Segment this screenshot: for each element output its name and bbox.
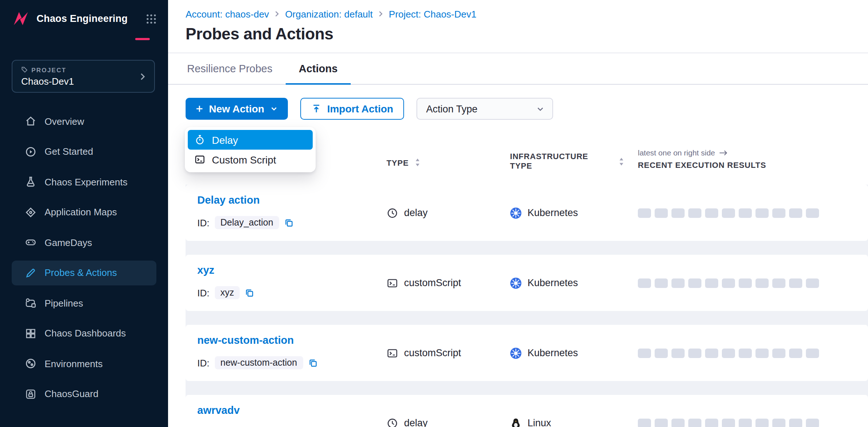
- script-icon: [194, 154, 205, 165]
- table-row: xyz ID: xyz customScript Kubernetes: [186, 255, 868, 311]
- sidebar-item-get-started[interactable]: Get Started: [12, 139, 156, 164]
- chevron-down-icon: [536, 104, 545, 114]
- copy-icon[interactable]: [245, 288, 255, 297]
- page-header: Account: chaos-dev Organization: default…: [168, 0, 868, 53]
- lock-icon: [25, 388, 37, 400]
- page-title: Probes and Actions: [186, 25, 850, 44]
- chevron-right-icon: [378, 10, 384, 18]
- recent-execution-results: [638, 278, 819, 288]
- get-started-icon: [25, 146, 37, 157]
- chevron-right-icon: [137, 71, 148, 81]
- linux-icon: [510, 417, 522, 427]
- action-type-filter-select[interactable]: Action Type: [416, 98, 553, 120]
- active-module-indicator: [135, 38, 150, 40]
- application-maps-icon: [25, 206, 37, 218]
- type-cell: customScript: [387, 255, 461, 311]
- table-row: Delay action ID: Delay_action delay Kube…: [186, 185, 868, 241]
- sidebar-item-chaos-experiments[interactable]: Chaos Experiments: [12, 169, 156, 194]
- kubernetes-icon: [510, 277, 522, 289]
- action-id-cell: ID: xyz: [197, 285, 255, 300]
- actions-table: Delay action ID: Delay_action delay Kube…: [186, 185, 868, 427]
- id-label: ID:: [197, 287, 209, 298]
- recent-execution-results: [638, 418, 819, 427]
- infrastructure-cell: Kubernetes: [510, 185, 578, 241]
- type-cell: delay: [387, 395, 428, 427]
- app-title: Chaos Engineering: [37, 13, 146, 24]
- sidebar-item-application-maps[interactable]: Application Maps: [12, 200, 156, 224]
- probe-pencil-icon: [25, 267, 37, 278]
- script-icon: [387, 347, 398, 359]
- sidebar-header: Chaos Engineering: [0, 0, 168, 34]
- recent-execution-results: [638, 348, 819, 358]
- menu-item-delay[interactable]: Delay: [188, 130, 313, 150]
- gamepad-icon: [25, 236, 37, 248]
- script-icon: [387, 277, 398, 289]
- sidebar-item-environments[interactable]: Environments: [12, 351, 156, 376]
- sort-icon[interactable]: [415, 158, 421, 167]
- infrastructure-cell: Kubernetes: [510, 255, 578, 311]
- project-selector[interactable]: PROJECT Chaos-Dev1: [12, 60, 155, 93]
- main-content: Account: chaos-dev Organization: default…: [168, 0, 868, 427]
- module-grid-icon[interactable]: [146, 14, 156, 24]
- tab-actions[interactable]: Actions: [286, 53, 351, 84]
- sidebar-item-chaos-dashboards[interactable]: Chaos Dashboards: [12, 321, 156, 346]
- chevron-down-icon: [269, 104, 278, 113]
- arrow-right-icon: [719, 149, 727, 156]
- app-window: Chaos Engineering PROJECT Chaos-Dev1 Ove…: [0, 0, 868, 427]
- sidebar-item-chaosguard[interactable]: ChaosGuard: [12, 381, 156, 406]
- action-id-cell: ID: new-custom-action: [197, 355, 317, 370]
- column-header-type[interactable]: TYPE: [387, 158, 421, 167]
- breadcrumb-project[interactable]: Project: Chaos-Dev1: [389, 8, 476, 19]
- sidebar-nav: Overview Get Started Chaos Experiments A…: [12, 109, 156, 412]
- type-cell: delay: [387, 185, 428, 241]
- recent-execution-results: [638, 208, 819, 218]
- project-label: PROJECT: [31, 66, 66, 73]
- project-name: Chaos-Dev1: [21, 76, 135, 86]
- breadcrumb: Account: chaos-dev Organization: default…: [186, 8, 850, 20]
- sidebar-item-gamedays[interactable]: GameDays: [12, 230, 156, 255]
- import-icon: [311, 104, 321, 114]
- column-header-infrastructure-type[interactable]: INFRASTRUCTURE TYPE: [510, 152, 625, 171]
- id-label: ID:: [197, 357, 209, 368]
- action-name-link[interactable]: xyz: [197, 264, 214, 276]
- breadcrumb-organization[interactable]: Organization: default: [285, 8, 373, 19]
- action-id-chip: Delay_action: [214, 216, 279, 229]
- tag-icon: [21, 66, 28, 73]
- action-name-link[interactable]: awrvadv: [197, 404, 240, 416]
- sidebar-item-overview[interactable]: Overview: [12, 109, 156, 134]
- tab-resilience-probes[interactable]: Resilience Probes: [174, 53, 286, 84]
- copy-icon[interactable]: [308, 358, 317, 368]
- sidebar: Chaos Engineering PROJECT Chaos-Dev1 Ove…: [0, 0, 168, 427]
- id-label: ID:: [197, 217, 209, 228]
- action-id-cell: ID: Delay_action: [197, 215, 294, 230]
- infrastructure-cell: Linux: [510, 395, 551, 427]
- home-icon: [25, 115, 37, 127]
- type-cell: customScript: [387, 325, 461, 381]
- import-action-button[interactable]: Import Action: [300, 98, 404, 120]
- action-name-link[interactable]: Delay action: [197, 194, 260, 206]
- kubernetes-icon: [510, 347, 522, 359]
- menu-item-custom-script[interactable]: Custom Script: [188, 150, 313, 169]
- sidebar-item-pipelines[interactable]: Pipelines: [12, 291, 156, 315]
- pipelines-icon: [25, 297, 37, 309]
- environments-icon: [25, 358, 37, 369]
- action-id-chip: xyz: [214, 286, 240, 299]
- toolbar: New Action Import Action Action Type: [168, 85, 868, 120]
- action-name-link[interactable]: new-custom-action: [197, 334, 294, 346]
- flask-icon: [25, 176, 37, 188]
- clock-icon: [387, 207, 398, 219]
- chaos-engineering-logo-icon: [12, 9, 30, 28]
- chevron-right-icon: [274, 10, 280, 18]
- sidebar-item-probes-actions[interactable]: Probes & Actions: [12, 260, 156, 285]
- clock-icon: [387, 417, 398, 427]
- kubernetes-icon: [510, 207, 522, 219]
- sort-icon[interactable]: [618, 157, 625, 166]
- table-row: new-custom-action ID: new-custom-action …: [186, 325, 868, 381]
- breadcrumb-account[interactable]: Account: chaos-dev: [186, 8, 269, 19]
- tab-bar: Resilience Probes Actions: [168, 53, 868, 85]
- table-row: awrvadv delay Linux: [186, 395, 868, 427]
- new-action-button[interactable]: New Action: [186, 98, 288, 120]
- new-action-dropdown-menu: Delay Custom Script: [185, 127, 316, 172]
- infrastructure-cell: Kubernetes: [510, 325, 578, 381]
- copy-icon[interactable]: [284, 218, 294, 227]
